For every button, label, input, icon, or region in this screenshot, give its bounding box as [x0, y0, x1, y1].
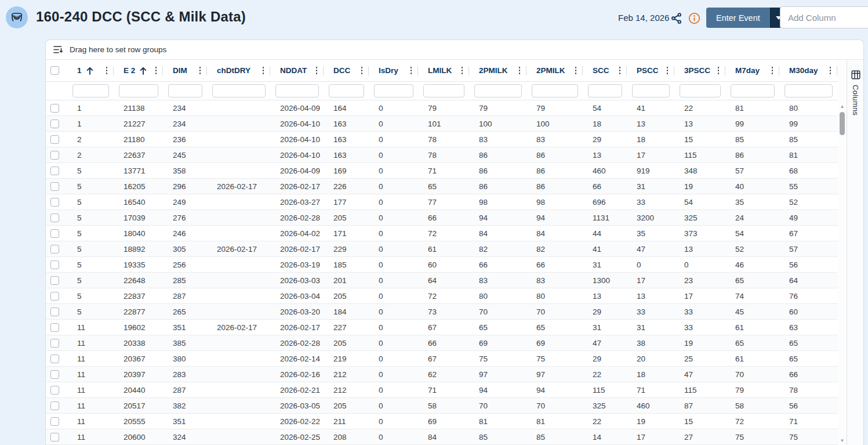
row-checkbox[interactable] — [50, 167, 59, 175]
column-menu-icon[interactable] — [197, 64, 204, 77]
table-row[interactable]: 11205553512026-02-2221106981812219157271 — [46, 414, 838, 429]
row-group-drop-zone[interactable]: Drag here to set row groups — [46, 40, 863, 60]
row-checkbox[interactable] — [50, 323, 59, 332]
table-row[interactable]: 11203383852026-02-2820506669694738196565 — [46, 335, 838, 351]
info-button[interactable] — [687, 11, 701, 25]
add-column-input[interactable] — [780, 6, 868, 28]
row-checkbox[interactable] — [50, 151, 59, 160]
column-header-scc[interactable]: SCC — [583, 60, 627, 81]
filter-input-m30day[interactable] — [785, 84, 833, 97]
column-menu-icon[interactable] — [516, 64, 524, 77]
filter-input-isdry[interactable] — [374, 84, 413, 97]
table-row[interactable]: 5170392762026-02-28205066949411313200325… — [46, 210, 838, 226]
row-checkbox[interactable] — [50, 354, 59, 363]
row-checkbox[interactable] — [50, 229, 59, 238]
vertical-scrollbar[interactable]: ▲ ▼ — [838, 60, 847, 445]
table-row[interactable]: 2226372452026-04-10163078868613171158681 — [46, 147, 838, 163]
scroll-down-icon[interactable]: ▼ — [838, 438, 847, 443]
filter-input-e-2[interactable] — [119, 84, 158, 97]
table-row[interactable]: 5180402462026-04-02171072848444353735467 — [46, 226, 838, 241]
filter-input-scc[interactable] — [588, 84, 622, 97]
share-button[interactable] — [669, 11, 683, 25]
row-checkbox[interactable] — [50, 198, 59, 207]
table-row[interactable]: 1211382342026-04-0916407979795441228180 — [46, 100, 838, 116]
table-row[interactable]: 5162052962026-02-172026-02-1722606586866… — [46, 179, 838, 194]
row-checkbox[interactable] — [50, 182, 59, 191]
row-checkbox[interactable] — [50, 370, 59, 379]
column-header-2pmilk[interactable]: 2PMILK — [526, 60, 583, 81]
row-checkbox[interactable] — [50, 135, 59, 144]
scroll-up-icon[interactable]: ▲ — [838, 104, 847, 109]
row-checkbox[interactable] — [50, 433, 59, 442]
column-header-m30day[interactable]: M30day — [779, 60, 837, 81]
filter-input-pscc[interactable] — [632, 84, 670, 97]
table-row[interactable]: 5228372872026-03-0420507280801313177476 — [46, 288, 838, 304]
filter-input-dim[interactable] — [168, 84, 202, 97]
column-header-isdry[interactable]: IsDry — [369, 60, 418, 81]
table-row[interactable]: 11203972832026-02-1621206297972218477066 — [46, 367, 838, 382]
select-all-checkbox[interactable] — [50, 66, 59, 75]
column-menu-icon[interactable] — [769, 64, 776, 77]
column-menu-icon[interactable] — [572, 64, 580, 77]
table-row[interactable]: 5226482852026-03-03201064838313001723656… — [46, 273, 838, 288]
row-checkbox[interactable] — [50, 292, 59, 301]
row-checkbox[interactable] — [50, 401, 59, 410]
row-checkbox[interactable] — [50, 104, 59, 113]
table-row[interactable]: 11206003242026-02-2520808485851417277575 — [46, 429, 838, 445]
filter-input-m7day[interactable] — [731, 84, 775, 97]
column-menu-icon[interactable] — [827, 64, 834, 77]
column-header-lmilk[interactable]: LMILK — [418, 60, 469, 81]
table-row[interactable]: 5137713582026-04-09169071868646091934857… — [46, 163, 838, 179]
column-header-dim[interactable]: DIM — [163, 60, 207, 81]
column-menu-icon[interactable] — [664, 64, 671, 77]
column-header-dcc[interactable]: DCC — [324, 60, 369, 81]
column-menu-icon[interactable] — [103, 64, 111, 77]
filter-input-nddat[interactable] — [275, 84, 319, 97]
filter-input-3pscc[interactable] — [680, 84, 721, 97]
columns-side-panel-tab[interactable]: Columns — [847, 60, 864, 445]
column-header-e-2[interactable]: E 2 — [114, 60, 163, 81]
column-menu-icon[interactable] — [408, 64, 415, 77]
row-checkbox[interactable] — [50, 339, 59, 348]
column-menu-icon[interactable] — [313, 64, 321, 77]
column-header-pscc[interactable]: PSCC — [627, 60, 674, 81]
table-row[interactable]: 2211802362026-04-1016307883832918158585 — [46, 132, 838, 147]
column-menu-icon[interactable] — [715, 64, 722, 77]
scrollbar-thumb[interactable] — [840, 112, 845, 135]
row-checkbox[interactable] — [50, 307, 59, 316]
column-menu-icon[interactable] — [260, 64, 267, 77]
table-row[interactable]: 11196023512026-02-172026-02-172270676565… — [46, 320, 838, 335]
column-header-3pscc[interactable]: 3PSCC — [674, 60, 725, 81]
column-header-1[interactable]: 1 — [67, 60, 114, 81]
row-checkbox[interactable] — [50, 417, 59, 426]
column-menu-icon[interactable] — [358, 64, 366, 77]
column-header-2pmilk[interactable]: 2PMILK — [469, 60, 526, 81]
column-menu-icon[interactable] — [459, 64, 466, 77]
row-checkbox[interactable] — [50, 261, 59, 269]
row-checkbox[interactable] — [50, 120, 59, 128]
app-logo[interactable] — [6, 6, 28, 28]
table-row[interactable]: 5165402492026-03-27177077989869633543552 — [46, 194, 838, 210]
filter-input-dcc[interactable] — [329, 84, 364, 97]
column-menu-icon[interactable] — [616, 64, 624, 77]
table-row[interactable]: 11205173822026-03-0520505870703254608758… — [46, 398, 838, 414]
column-header-nddat[interactable]: NDDAT — [270, 60, 324, 81]
row-checkbox[interactable] — [50, 245, 59, 254]
filter-input-lmilk[interactable] — [423, 84, 464, 97]
table-row[interactable]: 1212272342026-04-10163010110010018131399… — [46, 116, 838, 132]
column-header-chdtdry[interactable]: chDtDRY — [207, 60, 270, 81]
table-row[interactable]: 5193352562026-03-19185060666631004656 — [46, 257, 838, 273]
row-checkbox[interactable] — [50, 214, 59, 222]
table-row[interactable]: 11203673802026-02-1421906775752920256165 — [46, 351, 838, 367]
table-row[interactable]: 5188923052026-02-172026-02-1722906182824… — [46, 241, 838, 257]
row-checkbox[interactable] — [50, 276, 59, 285]
enter-event-button[interactable]: Enter Event — [706, 8, 770, 28]
table-row[interactable]: 5228772652026-03-2018407370702933334560 — [46, 304, 838, 320]
filter-input-1[interactable] — [72, 84, 109, 97]
filter-input-chdtdry[interactable] — [212, 84, 266, 97]
column-header-m7day[interactable]: M7day — [725, 60, 779, 81]
row-checkbox[interactable] — [50, 386, 59, 395]
table-row[interactable]: 11204402872026-02-2121207194941157111579… — [46, 382, 838, 398]
column-menu-icon[interactable] — [152, 64, 160, 77]
filter-input-2pmilk[interactable] — [474, 84, 522, 97]
